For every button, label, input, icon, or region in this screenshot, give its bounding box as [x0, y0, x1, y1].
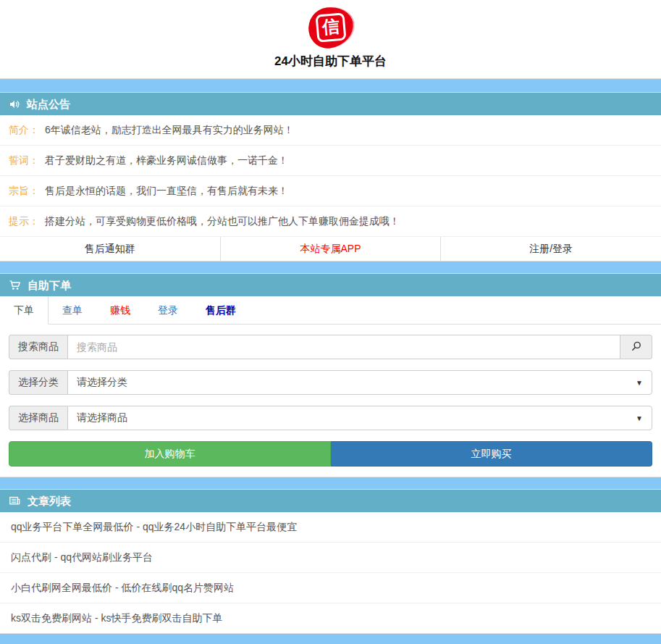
announcement-panel-heading: 站点公告	[0, 93, 661, 115]
tab-login[interactable]: 登录	[144, 296, 192, 324]
order-panel: 自助下单 下单 查单 赚钱 登录 售后群 搜索商品 选择分类 请选择分类 ▼ 选…	[0, 273, 661, 477]
notice-text: 6年诚信老站，励志打造出全网最具有实力的业务网站！	[45, 124, 294, 135]
order-tabs: 下单 查单 赚钱 登录 售后群	[0, 296, 661, 325]
order-title: 自助下单	[28, 279, 71, 291]
notice-row-tip: 提示：搭建分站，可享受购物更低价格哦，分站也可以推广他人下单赚取佣金提成哦！	[0, 206, 661, 237]
notice-label: 简介：	[9, 124, 39, 135]
notice-label: 誓词：	[9, 154, 39, 166]
article-link[interactable]: ks双击免费刷网站 - ks快手免费刷双击自助下单	[0, 603, 661, 633]
app-download-link[interactable]: 本站专属APP	[220, 237, 441, 261]
newspaper-icon	[9, 495, 21, 507]
product-selected-value: 请选择商品	[77, 411, 127, 425]
register-login-link[interactable]: 注册/登录	[440, 237, 661, 261]
speaker-icon	[9, 99, 20, 110]
product-group: 选择商品 请选择商品 ▼	[9, 406, 652, 430]
caret-down-icon: ▼	[636, 379, 643, 387]
notice-row-purpose: 宗旨：售后是永恒的话题，我们一直坚信，有售后就有未来！	[0, 176, 661, 206]
article-link[interactable]: 小白代刷网全网最低价 - 低价在线刷qq名片赞网站	[0, 572, 661, 603]
buy-now-button[interactable]: 立即购买	[331, 441, 652, 467]
cart-icon	[9, 279, 21, 291]
tab-earn-money[interactable]: 赚钱	[96, 296, 144, 324]
site-logo: 信	[306, 4, 355, 51]
search-button[interactable]	[620, 335, 652, 359]
quick-links-row: 售后通知群 本站专属APP 注册/登录	[0, 237, 661, 261]
caret-down-icon: ▼	[636, 414, 643, 422]
articles-panel-heading: 文章列表	[0, 490, 661, 512]
category-select[interactable]: 请选择分类 ▼	[67, 370, 652, 395]
category-group: 选择分类 请选择分类 ▼	[9, 370, 652, 395]
notice-text: 君子爱财助之有道，梓豪业务网诚信做事，一诺千金！	[45, 154, 288, 166]
aftersale-group-link[interactable]: 售后通知群	[0, 237, 220, 261]
search-group: 搜索商品	[9, 335, 652, 359]
magnifier-icon	[631, 340, 642, 354]
announcement-title: 站点公告	[27, 98, 70, 110]
tab-aftersale-group[interactable]: 售后群	[192, 296, 250, 324]
notice-row-intro: 简介：6年诚信老站，励志打造出全网最具有实力的业务网站！	[0, 115, 661, 146]
order-actions: 加入购物车 立即购买	[9, 441, 652, 467]
tab-place-order[interactable]: 下单	[0, 296, 49, 325]
announcement-panel: 站点公告 简介：6年诚信老站，励志打造出全网最具有实力的业务网站！ 誓词：君子爱…	[0, 92, 661, 262]
notice-label: 宗旨：	[9, 185, 39, 196]
add-to-cart-button[interactable]: 加入购物车	[9, 441, 331, 467]
order-form: 搜索商品 选择分类 请选择分类 ▼ 选择商品 请选择商品 ▼ 加入购物车	[0, 325, 661, 477]
site-header: 信 24小时自助下单平台	[0, 0, 661, 79]
notice-row-oath: 誓词：君子爱财助之有道，梓豪业务网诚信做事，一诺千金！	[0, 146, 661, 176]
product-addon-label: 选择商品	[9, 406, 67, 430]
category-selected-value: 请选择分类	[77, 376, 127, 389]
search-input[interactable]	[67, 335, 620, 359]
order-panel-heading: 自助下单	[0, 274, 661, 296]
notice-text: 售后是永恒的话题，我们一直坚信，有售后就有未来！	[45, 185, 288, 196]
article-link[interactable]: qq业务平台下单全网最低价 - qq业务24小时自助下单平台最便宜	[0, 512, 661, 542]
notice-text: 搭建分站，可享受购物更低价格哦，分站也可以推广他人下单赚取佣金提成哦！	[45, 215, 400, 227]
page-title: 24小时自助下单平台	[0, 54, 661, 70]
logo-seal-character: 信	[315, 12, 346, 42]
search-addon-label: 搜索商品	[9, 335, 67, 359]
product-select[interactable]: 请选择商品 ▼	[67, 406, 652, 430]
category-addon-label: 选择分类	[9, 370, 67, 395]
article-link[interactable]: 闪点代刷 - qq代网站刷业务平台	[0, 542, 661, 572]
articles-title: 文章列表	[28, 495, 71, 507]
tab-check-order[interactable]: 查单	[49, 296, 96, 324]
articles-panel: 文章列表 qq业务平台下单全网最低价 - qq业务24小时自助下单平台最便宜 闪…	[0, 489, 661, 634]
notice-label: 提示：	[9, 215, 39, 227]
